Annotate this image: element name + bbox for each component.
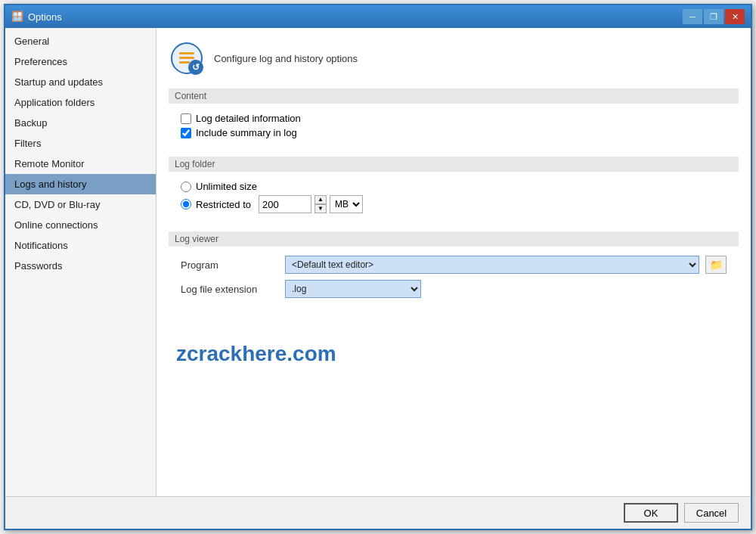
cancel-button[interactable]: Cancel <box>684 503 739 523</box>
log-viewer-section-body: Program <Default text editor> 📁 Log file… <box>169 253 739 307</box>
log-detailed-checkbox[interactable] <box>181 113 191 124</box>
sidebar-item-general[interactable]: General <box>5 31 156 51</box>
log-ext-row: Log file extension .log .txt <box>181 280 727 298</box>
window-title: Options <box>28 11 62 23</box>
app-icon: 🪟 <box>11 11 23 23</box>
log-ext-select[interactable]: .log .txt <box>285 280 421 298</box>
sidebar-item-backup[interactable]: Backup <box>5 113 156 133</box>
sidebar-item-startup-updates[interactable]: Startup and updates <box>5 72 156 92</box>
spinner-down[interactable]: ▼ <box>314 204 327 213</box>
unlimited-size-label: Unlimited size <box>196 181 257 192</box>
window-body: General Preferences Startup and updates … <box>5 28 751 496</box>
sidebar-item-preferences[interactable]: Preferences <box>5 51 156 72</box>
restore-button[interactable]: ❐ <box>704 9 723 24</box>
log-folder-section-label: Log folder <box>169 157 739 172</box>
options-window: 🪟 Options ─ ❐ ✕ General Preferences Star… <box>4 4 752 530</box>
spinner-up[interactable]: ▲ <box>314 195 327 204</box>
content-header: ↺ Configure log and history options <box>169 40 739 76</box>
sidebar-item-cd-dvd[interactable]: CD, DVD or Blu-ray <box>5 194 156 215</box>
svg-rect-3 <box>179 61 190 64</box>
include-summary-label: Include summary in log <box>196 127 297 138</box>
include-summary-checkbox[interactable] <box>181 128 191 138</box>
content-section-body: Log detailed information Include summary… <box>169 110 739 144</box>
program-label: Program <box>181 259 279 271</box>
log-folder-section-body: Unlimited size Restricted to ▲ ▼ <box>169 178 739 219</box>
sidebar: General Preferences Startup and updates … <box>5 28 156 496</box>
sidebar-item-application-folders[interactable]: Application folders <box>5 92 156 113</box>
spinner: ▲ ▼ <box>314 195 327 213</box>
svg-rect-1 <box>179 52 194 54</box>
restricted-controls: ▲ ▼ MB GB KB <box>259 195 363 213</box>
sidebar-item-online-connections[interactable]: Online connections <box>5 215 156 235</box>
close-button[interactable]: ✕ <box>725 9 745 24</box>
content-section-label: Content <box>169 88 739 104</box>
title-bar-left: 🪟 Options <box>11 11 62 23</box>
restricted-to-radio[interactable] <box>181 199 191 210</box>
restricted-value-input[interactable] <box>259 195 311 213</box>
main-content: ↺ Configure log and history options Cont… <box>156 28 751 496</box>
log-file-ext-label: Log file extension <box>181 284 279 295</box>
log-detailed-label: Log detailed information <box>196 113 301 124</box>
include-summary-row: Include summary in log <box>181 127 727 138</box>
minimize-button[interactable]: ─ <box>683 9 702 24</box>
watermark: zcrackhere.com <box>176 342 739 366</box>
log-viewer-section: Log viewer Program <Default text editor>… <box>169 231 739 307</box>
svg-text:↺: ↺ <box>192 62 200 73</box>
unit-select[interactable]: MB GB KB <box>330 195 363 213</box>
title-bar-buttons: ─ ❐ ✕ <box>683 9 745 24</box>
content-section: Content Log detailed information Include… <box>169 88 739 144</box>
unlimited-size-radio[interactable] <box>181 182 191 192</box>
unlimited-size-row: Unlimited size <box>181 181 727 192</box>
restricted-to-label: Restricted to <box>196 199 251 210</box>
restricted-to-row: Restricted to ▲ ▼ MB GB KB <box>181 195 727 213</box>
sidebar-item-passwords[interactable]: Passwords <box>5 256 156 276</box>
program-row: Program <Default text editor> 📁 <box>181 256 727 274</box>
bottom-bar: OK Cancel <box>5 496 751 529</box>
svg-rect-2 <box>179 57 194 59</box>
log-detailed-row: Log detailed information <box>181 113 727 124</box>
sidebar-item-remote-monitor[interactable]: Remote Monitor <box>5 154 156 174</box>
sidebar-item-notifications[interactable]: Notifications <box>5 235 156 256</box>
title-bar: 🪟 Options ─ ❐ ✕ <box>5 5 751 28</box>
sidebar-item-filters[interactable]: Filters <box>5 133 156 154</box>
browse-button[interactable]: 📁 <box>705 256 727 274</box>
ok-button[interactable]: OK <box>624 503 678 523</box>
log-viewer-section-label: Log viewer <box>169 231 739 247</box>
logs-history-icon: ↺ <box>169 40 205 76</box>
log-folder-section: Log folder Unlimited size Restricted to … <box>169 157 739 219</box>
header-description: Configure log and history options <box>214 53 358 64</box>
sidebar-item-logs-history[interactable]: Logs and history <box>5 174 156 194</box>
program-select[interactable]: <Default text editor> <box>285 256 699 274</box>
